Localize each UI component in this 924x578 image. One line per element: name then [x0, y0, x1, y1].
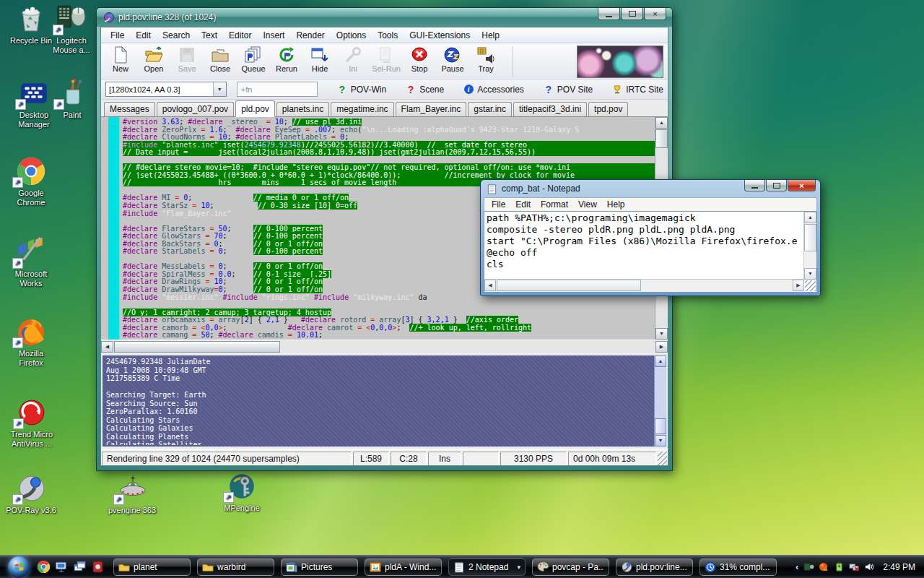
scrollbar-thumb[interactable]	[655, 129, 668, 148]
power-tray-icon[interactable]	[834, 561, 845, 572]
scroll-up-icon[interactable]: ▲	[655, 117, 668, 129]
menu-item-file[interactable]: File	[487, 199, 510, 210]
scroll-right-icon[interactable]: ▶	[793, 280, 804, 291]
menu-item-help[interactable]: Help	[603, 199, 629, 210]
tab-tpd-pov[interactable]: tpd.pov	[588, 102, 628, 116]
taskbar-button-pld-pov-line[interactable]: pld.pov:line...	[616, 558, 693, 576]
minimize-button[interactable]	[598, 8, 620, 20]
link-pov-site[interactable]: ?POV Site	[544, 84, 593, 95]
scrollbar-thumb[interactable]	[655, 418, 666, 434]
desktop-icon-pvengine-363[interactable]: ↗pvengine 363	[101, 473, 163, 515]
fn-input[interactable]	[237, 82, 318, 97]
scroll-left-icon[interactable]: ◀	[101, 341, 113, 353]
scroll-down-icon[interactable]: ▼	[655, 435, 666, 447]
taskbar-button-warbird[interactable]: warbird	[197, 558, 274, 576]
link-irtc-site[interactable]: IRTC Site	[612, 84, 663, 95]
taskbar-button-plda-wind[interactable]: pldA - Wind...	[365, 558, 442, 576]
show-desktop-icon[interactable]	[55, 560, 69, 574]
taskbar-button-povcap-pa[interactable]: povcap - Pa...	[532, 558, 609, 576]
desktop-icon-mpengine[interactable]: ↗MPengine	[211, 471, 273, 513]
scrollbar-thumb[interactable]	[497, 280, 641, 291]
tab-titlepacif3-3d-ini[interactable]: titlepacif3_3d.ini	[513, 102, 587, 116]
notepad-horizontal-scrollbar[interactable]: ◀ ▶	[484, 279, 804, 292]
toolbar-button-open[interactable]: Open	[137, 46, 170, 77]
scroll-up-icon[interactable]: ▲	[655, 355, 666, 367]
menu-item-file[interactable]: File	[105, 30, 129, 40]
menu-item-tools[interactable]: Tools	[372, 30, 403, 40]
window-switcher-icon[interactable]	[73, 560, 87, 574]
editor-horizontal-scrollbar[interactable]: ◀ ▶	[101, 340, 668, 353]
maximize-button[interactable]	[621, 8, 643, 20]
notepad-text-area[interactable]: path %PATH%;c:\programing\imagemagickcom…	[487, 212, 803, 278]
povray-titlebar[interactable]: pld.pov:line 328 (of 1024)	[97, 8, 672, 27]
menu-item-insert[interactable]: Insert	[258, 30, 289, 40]
toolbar-button-tray[interactable]: Tray	[469, 46, 502, 77]
tab-flam-bayer-inc[interactable]: Flam_Bayer.inc	[396, 102, 467, 116]
menu-item-edit[interactable]: Edit	[131, 30, 156, 40]
network-error-tray-icon[interactable]	[849, 561, 860, 572]
menu-item-format[interactable]: Format	[536, 199, 572, 210]
tray-overflow-chevron[interactable]: ‹	[796, 561, 798, 572]
taskbar-button-31-compl[interactable]: 31% compl...	[699, 558, 777, 576]
notepad-vertical-scrollbar[interactable]: ▲ ▼	[803, 212, 816, 280]
chevron-down-icon[interactable]: ▼	[213, 82, 226, 96]
toolbar-button-new[interactable]: New	[104, 46, 137, 77]
scroll-up-icon[interactable]: ▲	[804, 212, 816, 223]
tab-gstar-inc[interactable]: gstar.inc	[468, 102, 512, 116]
menu-item-render[interactable]: Render	[291, 30, 329, 40]
link-pov-win[interactable]: ?POV-Win	[337, 84, 386, 95]
alert-tray-icon[interactable]	[819, 561, 829, 572]
toolbar-button-rerun[interactable]: Rerun	[270, 46, 303, 77]
menu-item-search[interactable]: Search	[157, 30, 195, 40]
logitech-tray-icon[interactable]	[803, 561, 814, 572]
menu-item-options[interactable]: Options	[331, 30, 371, 40]
desktop-icon-trend-micro-antivirus[interactable]: ↗Trend Micro AntiVirus ...	[1, 397, 62, 449]
menu-item-gui-extensions[interactable]: GUI-Extensions	[404, 30, 475, 40]
menu-item-text[interactable]: Text	[196, 30, 222, 40]
close-button[interactable]: ×	[788, 180, 816, 191]
start-button[interactable]	[8, 556, 30, 578]
taskbar-clock[interactable]: 2:49 PM	[883, 562, 915, 572]
link-accessories[interactable]: iAccessories	[463, 84, 524, 95]
scroll-down-icon[interactable]: ▼	[804, 268, 816, 280]
scrollbar-thumb[interactable]	[804, 224, 816, 251]
desktop-icon-pov-ray-v3-6[interactable]: ↗POV-Ray v3.6	[0, 473, 62, 515]
menu-item-edit[interactable]: Edit	[511, 199, 535, 210]
taskbar-button-2-notepad[interactable]: 2 Notepad▾	[448, 558, 526, 576]
minimize-button[interactable]	[744, 180, 765, 191]
desktop-icon-paint[interactable]: ↗Paint	[51, 78, 94, 120]
toolbar-button-stop[interactable]: Stop	[403, 46, 436, 77]
toolbar-button-hide[interactable]: Hide	[303, 46, 336, 77]
resize-grip[interactable]	[805, 280, 816, 291]
scroll-right-icon[interactable]: ▶	[655, 341, 668, 353]
desktop-icon-google-chrome[interactable]: ↗Google Chrome	[9, 156, 53, 207]
desktop-icon-logitech-mouse-a[interactable]: ↗Logitech Mouse a...	[45, 4, 98, 55]
tab-povlogo-007-pov[interactable]: povlogo_007.pov	[157, 102, 234, 116]
maximize-button[interactable]	[766, 180, 787, 191]
tab-pld-pov[interactable]: pld.pov	[235, 100, 275, 117]
desktop-icon-microsoft-works[interactable]: ↗Microsoft Works	[7, 237, 55, 288]
tab-planets-inc[interactable]: planets.inc	[276, 102, 329, 116]
render-settings-combobox[interactable]: [1280x1024, AA 0.3] ▼	[105, 82, 227, 97]
media-icon[interactable]	[91, 560, 105, 574]
desktop-icon-mozilla-firefox[interactable]: ↗Mozilla Firefox	[9, 316, 53, 368]
scrollbar-thumb[interactable]	[114, 341, 280, 353]
close-button[interactable]: ×	[644, 8, 666, 20]
toolbar-button-close[interactable]: Close	[204, 46, 237, 77]
menu-item-editor[interactable]: Editor	[224, 30, 256, 40]
toolbar-button-pause[interactable]: Pause	[436, 46, 469, 77]
taskbar-button-planet[interactable]: planet	[113, 558, 191, 576]
scroll-left-icon[interactable]: ◀	[484, 280, 496, 291]
resize-grip[interactable]	[658, 452, 667, 466]
message-vertical-scrollbar[interactable]: ▲ ▼	[654, 355, 666, 447]
toolbar-button-queue[interactable]: Queue	[237, 46, 270, 77]
volume-tray-icon[interactable]	[864, 561, 875, 572]
tab-messages[interactable]: Messages	[104, 102, 155, 116]
chrome-icon[interactable]	[37, 560, 51, 574]
scroll-down-icon[interactable]: ▼	[655, 328, 668, 340]
link-scene[interactable]: ?Scene	[406, 84, 444, 95]
tab-megatime-inc[interactable]: megatime.inc	[331, 102, 393, 116]
menu-item-view[interactable]: View	[574, 199, 601, 210]
menu-item-help[interactable]: Help	[476, 30, 505, 40]
taskbar-button-pictures[interactable]: Pictures	[281, 558, 358, 576]
